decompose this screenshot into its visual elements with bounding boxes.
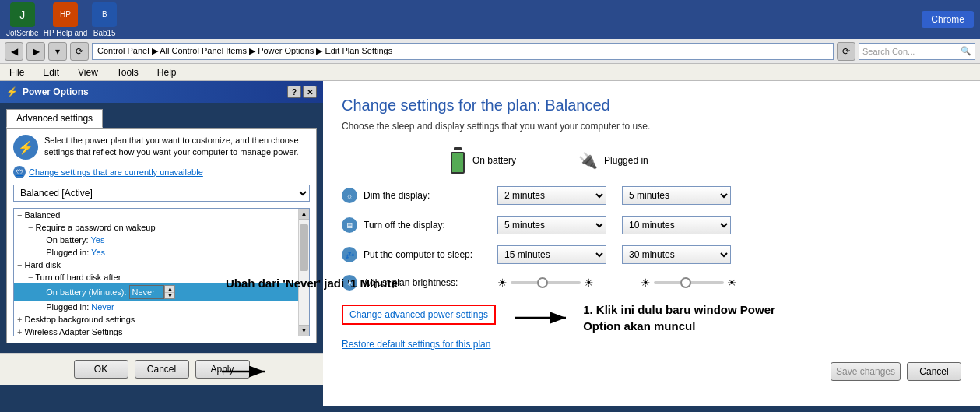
plugged-brightness-slider-group: ☀ ☀ (641, 276, 737, 289)
right-panel: Change settings for the plan: Balanced C… (323, 81, 980, 406)
power-options-dialog: ⚡ Power Options ? ✕ Advanced settings ⚡ (0, 81, 323, 406)
turnoff-display-controls: 5 minutes 10 minutes (497, 216, 731, 234)
turnoff-plugged-select[interactable]: 10 minutes (622, 216, 731, 234)
page-subtitle: Choose the sleep and display settings th… (342, 121, 961, 132)
taskbar-icon-bab15[interactable]: B Bab15 (92, 2, 117, 37)
battery-icon (451, 147, 466, 174)
sleep-plugged-select[interactable]: 30 minutes (622, 245, 731, 264)
brightness-icon: ☀ (342, 275, 357, 291)
scroll-up-button[interactable]: ▲ (299, 209, 309, 220)
plugged-brightness-slider[interactable] (654, 277, 724, 288)
dialog-close-button[interactable]: ✕ (303, 86, 317, 98)
content-area: ⚡ Power Options ? ✕ Advanced settings ⚡ (0, 81, 980, 406)
menu-edit[interactable]: Edit (40, 65, 62, 79)
monitor-icon: 🖥 (342, 217, 357, 233)
tree-scrollbar[interactable]: ▲ ▼ (298, 209, 309, 336)
tab-advanced-settings[interactable]: Advanced settings (6, 109, 103, 128)
menu-file[interactable]: File (6, 65, 27, 79)
sun-small-icon: ☀ (497, 276, 508, 289)
settings-header: On battery 🔌 Plugged in (342, 147, 961, 174)
tree-item[interactable]: − Hard disk (14, 259, 298, 271)
dim-battery-select[interactable]: 2 minutes (497, 186, 606, 205)
turnoff-battery-select[interactable]: 5 minutes (497, 216, 606, 234)
spin-down-button[interactable]: ▼ (165, 293, 174, 299)
right-cancel-button[interactable]: Cancel (907, 362, 961, 381)
battery-brightness-slider[interactable] (511, 277, 581, 288)
scroll-thumb[interactable] (300, 224, 308, 271)
brightness-controls: ☀ ☀ ☀ (497, 276, 737, 289)
tree-item[interactable]: Plugged in: Yes (14, 246, 298, 259)
sleep-row: 💤 Put the computer to sleep: 15 minutes … (342, 245, 961, 264)
sun-large-icon: ☀ (584, 276, 594, 289)
tree-item[interactable]: On battery: Yes (14, 234, 298, 246)
tree-item[interactable]: − Balanced (14, 209, 298, 221)
navigation-bar: ◀ ▶ ▾ ⟳ Control Panel ▶ All Control Pane… (0, 39, 980, 64)
refresh-button[interactable]: ⟳ (70, 42, 89, 61)
dialog-content: Advanced settings ⚡ Select the power pla… (0, 103, 323, 350)
sleep-controls: 15 minutes 30 minutes (497, 245, 731, 264)
brightness-row: ☀ Adjust plan brightness: ☀ ☀ (342, 275, 961, 291)
dialog-buttons: OK Cancel Apply (0, 353, 323, 385)
sun-large-icon2: ☀ (727, 276, 737, 289)
tree-item[interactable]: − Turn off hard disk after (14, 271, 298, 283)
sleep-icon: 💤 (342, 247, 357, 262)
dialog-help-button[interactable]: ? (287, 86, 301, 98)
plan-dropdown-row: Balanced [Active] (13, 185, 310, 202)
apply-button[interactable]: Apply (195, 360, 250, 379)
ok-button[interactable]: OK (74, 360, 128, 379)
menu-tools[interactable]: Tools (114, 65, 142, 79)
turnoff-display-label: 🖥 Turn off the display: (342, 217, 482, 233)
tree-item[interactable]: Plugged in: Never (14, 301, 298, 313)
dim-plugged-select[interactable]: 5 minutes (622, 186, 731, 205)
restore-defaults-link[interactable]: Restore default settings for this plan (342, 339, 490, 350)
breadcrumb: Control Panel ▶ All Control Panel Items … (92, 43, 834, 60)
save-changes-button[interactable]: Save changes (831, 362, 901, 381)
browser-tab[interactable]: Chrome (922, 11, 974, 28)
advanced-power-settings-link[interactable]: Change advanced power settings (342, 305, 496, 325)
sleep-battery-select[interactable]: 15 minutes (497, 245, 606, 264)
spin-up-button[interactable]: ▲ (165, 286, 174, 293)
refresh-button2[interactable]: ⟳ (837, 42, 855, 61)
tree-item[interactable]: + Desktop background settings (14, 313, 298, 326)
sleep-label: 💤 Put the computer to sleep: (342, 247, 482, 262)
plug-icon: 🔌 (578, 151, 598, 170)
info-row: ⚡ Select the power plan that you want to… (13, 135, 310, 160)
advanced-link-section: Change advanced power settings 1. Klik i… (342, 301, 961, 350)
turnoff-display-row: 🖥 Turn off the display: 5 minutes 10 min… (342, 216, 961, 234)
page-title: Change settings for the plan: Balanced (342, 97, 961, 114)
tree-item[interactable]: + Wireless Adapter Settings (14, 326, 298, 336)
dim-display-row: ☼ Dim the display: 2 minutes 5 minutes (342, 186, 961, 205)
recent-button[interactable]: ▾ (48, 42, 67, 61)
tab-bar: Advanced settings (6, 109, 317, 128)
change-settings-link[interactable]: 🛡 Change settings that are currently una… (13, 166, 310, 178)
search-box[interactable]: Search Con... 🔍 (859, 43, 975, 60)
dim-display-label: ☼ Dim the display: (342, 188, 482, 203)
tab-content: ⚡ Select the power plan that you want to… (6, 128, 317, 343)
plan-dropdown[interactable]: Balanced [Active] (13, 185, 310, 202)
cancel-button[interactable]: Cancel (135, 360, 189, 379)
arrow-icon-2 (511, 306, 574, 329)
annotation-text-2: 1. Klik ini dulu baru window Power Optio… (583, 301, 801, 334)
menu-view[interactable]: View (75, 65, 101, 79)
settings-tree[interactable]: − Balanced − Require a password on wakeu… (13, 208, 310, 336)
plugged-column-header: 🔌 Plugged in (578, 151, 648, 170)
menu-bar: File Edit View Tools Help (0, 64, 980, 81)
shield-icon: 🛡 (13, 166, 26, 178)
sun-small-icon2: ☀ (641, 276, 651, 289)
battery-minutes-input[interactable] (129, 285, 164, 299)
back-button[interactable]: ◀ (5, 42, 23, 61)
tree-item-selected[interactable]: On battery (Minutes): ▲ ▼ (14, 283, 298, 301)
menu-help[interactable]: Help (154, 65, 180, 79)
taskbar-icon-hp[interactable]: HP HP Help and (44, 2, 88, 37)
scroll-down-button[interactable]: ▼ (299, 325, 309, 336)
dim-display-controls: 2 minutes 5 minutes (497, 186, 731, 205)
right-buttons: Save changes Cancel (342, 362, 961, 381)
battery-brightness-slider-group: ☀ ☀ (497, 276, 594, 289)
dialog-titlebar: ⚡ Power Options ? ✕ (0, 81, 323, 103)
forward-button[interactable]: ▶ (26, 42, 45, 61)
info-text: Select the power plan that you want to c… (44, 135, 310, 159)
taskbar: J JotScribe HP HP Help and B Bab15 Chrom… (0, 0, 980, 39)
dim-icon: ☼ (342, 188, 357, 203)
tree-item[interactable]: − Require a password on wakeup (14, 221, 298, 234)
taskbar-icon-jotscribe[interactable]: J JotScribe (6, 2, 39, 37)
